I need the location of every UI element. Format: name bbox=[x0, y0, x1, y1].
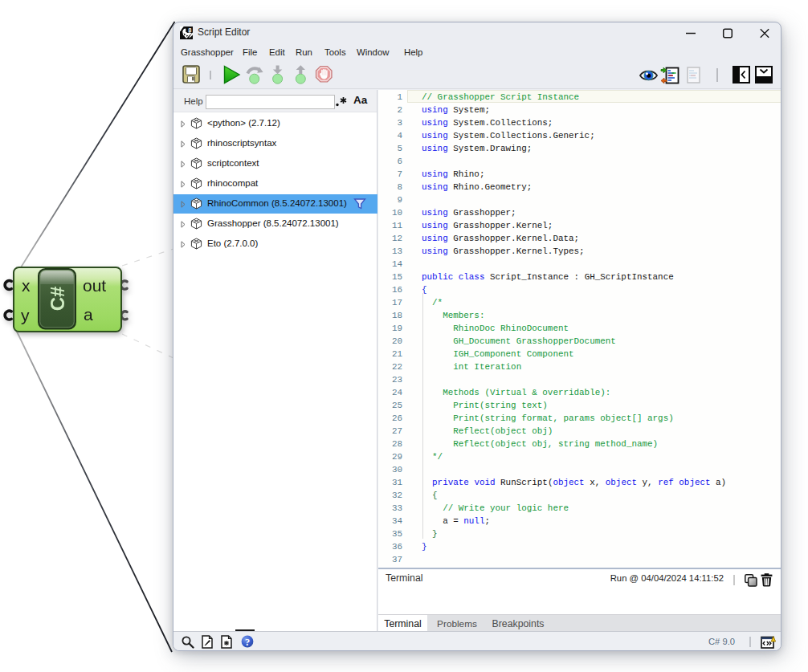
svg-text:y: y bbox=[21, 306, 30, 324]
svg-text:8: 8 bbox=[188, 26, 191, 34]
svg-text:C#: C# bbox=[47, 287, 68, 312]
svg-text:out: out bbox=[83, 276, 106, 295]
svg-text:?: ? bbox=[245, 637, 250, 648]
svg-text:a: a bbox=[84, 305, 93, 324]
svg-text:x: x bbox=[22, 276, 31, 295]
